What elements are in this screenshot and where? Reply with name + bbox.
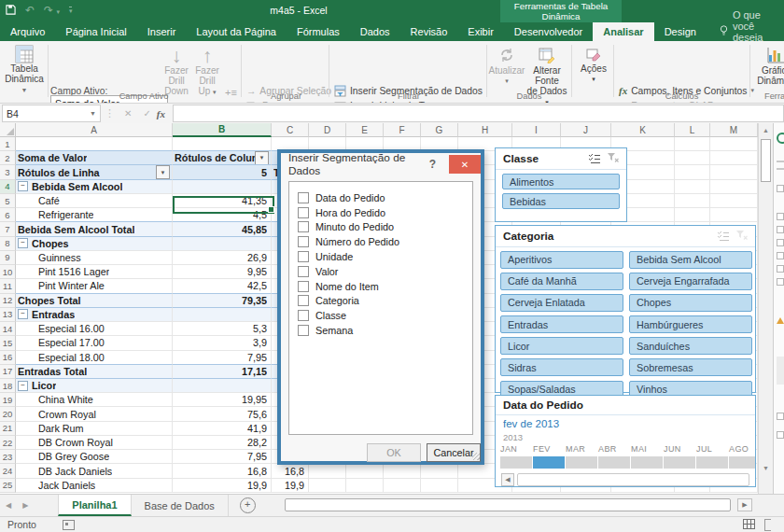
cell-B12[interactable]: 79,35: [173, 293, 272, 308]
add-sheet-button[interactable]: +: [240, 497, 256, 513]
tab-revisao[interactable]: Revisão: [400, 22, 458, 41]
slicer-item-bebidas[interactable]: Bebidas: [502, 193, 620, 209]
cell-A19[interactable]: China White: [16, 393, 173, 407]
cell-A18[interactable]: −Licor: [16, 378, 173, 393]
checkbox-icon[interactable]: [298, 207, 309, 218]
cell-B14[interactable]: 5,3: [173, 322, 272, 336]
row-header-5[interactable]: 5: [0, 194, 16, 208]
cell-A23[interactable]: DB Grey Goose: [16, 450, 173, 464]
cell-A21[interactable]: Dark Rum: [16, 422, 173, 436]
cell-L3[interactable]: [675, 165, 710, 179]
row-header-8[interactable]: 8: [0, 237, 16, 251]
cell-A24[interactable]: DB Jack Daniels: [16, 464, 173, 478]
slicer-item[interactable]: Entradas: [500, 315, 623, 333]
cell-B9[interactable]: 26,9: [173, 251, 272, 265]
name-box-dropdown-icon[interactable]: ▼: [90, 110, 96, 117]
save-icon[interactable]: [6, 5, 16, 17]
column-header-E[interactable]: E: [346, 123, 384, 137]
slicer-item[interactable]: Aperitivos: [500, 251, 623, 269]
row-header-22[interactable]: 22: [0, 436, 16, 450]
cell-M3[interactable]: [710, 165, 758, 179]
column-header-G[interactable]: G: [421, 123, 458, 137]
cell-B20[interactable]: 75,6: [173, 407, 272, 421]
timeline-scroll-track[interactable]: [517, 473, 749, 486]
multi-select-icon[interactable]: [717, 231, 730, 243]
field-checkbox-row[interactable]: Unidade: [289, 249, 472, 264]
confirm-entry-icon[interactable]: ✓: [143, 108, 150, 119]
cell-D25[interactable]: [309, 479, 346, 493]
cell-A7[interactable]: Bebida Sem Alcool Total: [16, 221, 173, 236]
row-header-4[interactable]: 4: [0, 180, 16, 194]
undo-icon[interactable]: ↶: [25, 4, 35, 17]
timeline-segment-JAN[interactable]: [500, 456, 532, 469]
cell-L4[interactable]: [675, 180, 710, 194]
column-header-D[interactable]: D: [309, 123, 346, 137]
collapse-button[interactable]: −: [18, 381, 28, 391]
cell-A25[interactable]: Jack Daniels: [16, 479, 173, 493]
cell-A5[interactable]: Café: [16, 194, 173, 208]
cell-B22[interactable]: 28,2: [173, 436, 272, 450]
tab-arquivo[interactable]: Arquivo: [0, 22, 55, 41]
cell-A2[interactable]: Soma de Valor: [16, 150, 173, 165]
collapse-button[interactable]: −: [18, 309, 28, 319]
row-header-24[interactable]: 24: [0, 464, 16, 478]
cell-B1[interactable]: [173, 137, 272, 151]
checkbox-icon[interactable]: [298, 221, 309, 232]
cell-B23[interactable]: 7,95: [173, 450, 272, 464]
cell-F24[interactable]: [384, 464, 421, 478]
dialog-resize-grip[interactable]: [472, 453, 480, 460]
cell-F25[interactable]: [384, 479, 421, 493]
select-all-corner[interactable]: [0, 123, 16, 137]
cell-C25[interactable]: 19,9: [272, 479, 309, 493]
checkbox-icon[interactable]: [298, 295, 309, 306]
cell-L6[interactable]: [675, 208, 710, 222]
field-checkbox-row[interactable]: Hora do Pedido: [289, 205, 472, 220]
horizontal-scroll-thumb[interactable]: [285, 498, 731, 511]
column-header-H[interactable]: H: [458, 123, 512, 137]
field-checkbox-row[interactable]: Categoria: [289, 294, 472, 309]
cell-M2[interactable]: [710, 151, 758, 165]
row-header-23[interactable]: 23: [0, 450, 16, 464]
row-header-11[interactable]: 11: [0, 279, 16, 293]
field-checkbox-row[interactable]: Data do Pedido: [289, 190, 472, 205]
tab-pagina-inicial[interactable]: Página Inicial: [55, 22, 136, 41]
tab-inserir[interactable]: Inserir: [137, 22, 187, 41]
cell-B8[interactable]: [173, 236, 272, 251]
cell-A15[interactable]: Especial 17.00: [16, 336, 173, 350]
checkbox-icon[interactable]: [298, 192, 309, 203]
cell-A11[interactable]: Pint Winter Ale: [16, 279, 173, 293]
pivottable-button[interactable]: Tabela Dinâmica ▼: [4, 45, 45, 95]
row-header-9[interactable]: 9: [0, 251, 16, 265]
cell-A3[interactable]: Rótulos de Linha▼: [16, 164, 173, 179]
timeline-segment-FEV[interactable]: [533, 456, 565, 469]
field-checkbox-row[interactable]: Semana: [289, 323, 472, 338]
cell-A1[interactable]: [16, 137, 173, 151]
drill-up-button[interactable]: ↑ Fazer Drill Up ▾: [192, 47, 222, 97]
row-header-13[interactable]: 13: [0, 308, 16, 322]
cell-C24[interactable]: 16,8: [272, 464, 309, 478]
cell-B18[interactable]: [173, 378, 272, 393]
field-checkbox-row[interactable]: Minuto do Pedido: [289, 220, 472, 235]
scroll-up-icon[interactable]: ▲: [761, 127, 771, 133]
row-header-18[interactable]: 18: [0, 379, 16, 393]
cell-E24[interactable]: [346, 464, 384, 478]
cell-A22[interactable]: DB Crown Royal: [16, 436, 173, 450]
timeline-header[interactable]: Data do Pedido: [496, 396, 755, 415]
normal-view-icon[interactable]: [743, 519, 755, 529]
cell-B7[interactable]: 45,85: [173, 221, 272, 236]
field-checkbox-row[interactable]: Número do Pedido: [289, 234, 472, 249]
collapse-button[interactable]: −: [18, 238, 28, 248]
slicer-item[interactable]: Cerveja Enlatada: [500, 294, 623, 312]
drill-down-button[interactable]: ↓ Fazer DrillDown: [162, 47, 190, 96]
slicer-item[interactable]: Hambúrgueres: [629, 315, 752, 333]
cell-B3[interactable]: 5: [173, 164, 272, 179]
slicer-item[interactable]: Sidras: [500, 358, 623, 376]
row-header-21[interactable]: 21: [0, 422, 16, 436]
row-header-6[interactable]: 6: [0, 208, 16, 222]
row-header-17[interactable]: 17: [0, 365, 16, 379]
insert-function-icon[interactable]: fx: [157, 108, 165, 119]
tab-analisar[interactable]: Analisar: [593, 22, 653, 41]
tab-desenvolvedor[interactable]: Desenvolvedor: [504, 22, 593, 41]
cell-L5[interactable]: [675, 194, 710, 208]
clear-filter-icon[interactable]: [607, 152, 619, 165]
